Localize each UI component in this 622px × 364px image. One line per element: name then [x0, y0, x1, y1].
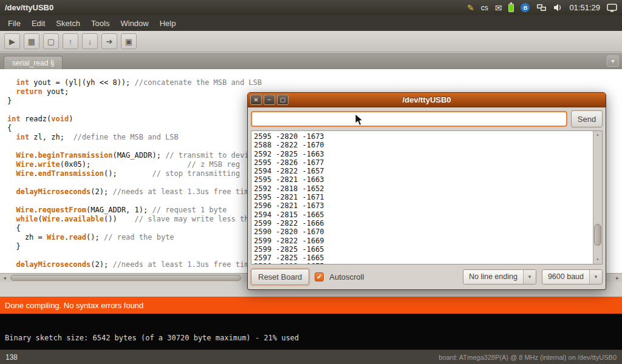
code-line: int yout = (yl|(yh << 8)); //concatenate…	[7, 78, 622, 87]
close-icon: ✕	[253, 96, 258, 103]
console-output: Binary sketch size: 6542 bytes (of a 307…	[5, 334, 299, 342]
upload-button[interactable]: ➔	[101, 33, 117, 49]
scroll-down-arrow-icon[interactable]: ▾	[593, 256, 602, 264]
scroll-left-arrow-icon[interactable]: ◂	[0, 274, 9, 282]
bluetooth-icon[interactable]: B	[521, 3, 530, 12]
session-menu-icon[interactable]	[607, 4, 617, 12]
serial-line: 2594 -2822 -1657	[254, 167, 592, 175]
serial-line: 2595 -2826 -1677	[254, 158, 592, 167]
mail-icon[interactable]: ✉	[495, 4, 502, 12]
new-sketch-button[interactable]: ▢	[43, 33, 59, 49]
network-icon[interactable]	[536, 3, 547, 12]
baud-rate-value: 9600 baud	[542, 270, 589, 284]
open-sketch-button[interactable]: ↑	[63, 33, 78, 49]
baud-rate-select[interactable]: 9600 baud ▾	[542, 269, 603, 285]
serial-monitor-titlebar[interactable]: /dev/ttyUSB0 ✕−▢	[248, 93, 606, 107]
screen: /dev/ttyUSB0 ✎ cs ✉ B 01:51:29	[0, 0, 622, 364]
line-number-indicator: 138	[5, 353, 18, 362]
status-strip: 138 board: ATmega328P(A) @ 8 MHz (intern…	[0, 349, 622, 364]
serial-line: 2599 -2825 -1665	[254, 245, 592, 254]
serial-input-row: Send	[251, 110, 603, 127]
verify-button[interactable]: ▶	[4, 33, 20, 49]
maximize-icon: ▢	[280, 96, 285, 103]
serial-lines: 2595 -2820 -16732588 -2822 -16702592 -28…	[254, 132, 592, 265]
chevron-down-icon: ▾	[611, 58, 614, 64]
tab-menu-button[interactable]: ▾	[607, 55, 619, 67]
menu-item-window[interactable]: Window	[115, 16, 154, 30]
serial-line: 2596 -2819 -1675	[254, 262, 592, 265]
upload-icon: ➔	[106, 38, 113, 46]
serial-line: 2594 -2815 -1665	[254, 211, 592, 219]
send-button[interactable]: Send	[571, 110, 603, 127]
menu-item-tools[interactable]: Tools	[86, 16, 115, 30]
serial-monitor-icon: ▣	[125, 38, 132, 46]
close-button[interactable]: ✕	[250, 95, 262, 105]
serial-monitor-title: /dev/ttyUSB0	[248, 95, 606, 104]
clock[interactable]: 01:51:29	[569, 3, 600, 12]
tab-serial-read[interactable]: serial_read §	[4, 56, 63, 69]
volume-icon[interactable]	[553, 3, 562, 12]
serial-line: 2592 -2825 -1663	[254, 150, 592, 158]
serial-scrollbar[interactable]: ▴ ▾	[593, 131, 602, 264]
serial-input[interactable]	[251, 111, 567, 127]
serial-scrollbar-thumb[interactable]	[594, 224, 601, 246]
serial-monitor-window: /dev/ttyUSB0 ✕−▢ Send 2595 -2820 -167325…	[247, 92, 606, 290]
open-arrow-icon: ↑	[69, 38, 73, 46]
menu-bar: FileEditSketchToolsWindowHelp	[0, 15, 622, 31]
chevron-down-icon[interactable]: ▾	[589, 270, 602, 284]
notes-indicator-icon[interactable]: ✎	[467, 4, 474, 12]
maximize-button[interactable]: ▢	[277, 95, 289, 105]
compile-status-bar: Done compiling. No syntax errors found	[0, 297, 622, 314]
serial-output[interactable]: 2595 -2820 -16732588 -2822 -16702592 -28…	[251, 130, 603, 265]
serial-line: 2590 -2820 -1670	[254, 228, 592, 236]
autoscroll-label[interactable]: Autoscroll	[329, 272, 364, 281]
menu-item-edit[interactable]: Edit	[26, 16, 50, 30]
horizontal-scrollbar-thumb[interactable]	[10, 275, 241, 281]
serial-line: 2588 -2822 -1670	[254, 141, 592, 149]
autoscroll-checkbox[interactable]: ✓	[315, 272, 324, 281]
line-ending-value: No line ending	[463, 270, 523, 284]
serial-line: 2596 -2821 -1673	[254, 201, 592, 210]
save-arrow-icon: ↓	[88, 38, 92, 46]
verify-icon: ▶	[9, 38, 15, 46]
new-file-icon: ▢	[47, 38, 55, 46]
top-panel: /dev/ttyUSB0 ✎ cs ✉ B 01:51:29	[0, 0, 622, 15]
stop-button[interactable]: ▦	[24, 33, 39, 49]
line-ending-select[interactable]: No line ending ▾	[463, 269, 536, 285]
menu-item-file[interactable]: File	[2, 16, 26, 30]
serial-line: 2595 -2821 -1671	[254, 193, 592, 201]
board-info: board: ATmega328P(A) @ 8 MHz (internal) …	[439, 354, 617, 361]
window-title: /dev/ttyUSB0	[0, 3, 53, 12]
chevron-down-icon[interactable]: ▾	[523, 270, 536, 284]
tab-bar: serial_read § ▾	[0, 53, 622, 69]
serial-line: 2597 -2825 -1665	[254, 254, 592, 262]
scroll-up-arrow-icon[interactable]: ▴	[593, 131, 602, 139]
serial-monitor-controls: Reset Board ✓ Autoscroll No line ending …	[251, 268, 603, 286]
menu-item-help[interactable]: Help	[154, 16, 182, 30]
tab-label: serial_read §	[12, 59, 54, 67]
minimize-icon: −	[268, 96, 272, 103]
battery-icon[interactable]	[508, 4, 514, 12]
menu-item-sketch[interactable]: Sketch	[50, 16, 86, 30]
serial-line: 2595 -2820 -1673	[254, 132, 592, 141]
serial-line: 2595 -2821 -1663	[254, 175, 592, 184]
compile-status-message: Done compiling. No syntax errors found	[5, 301, 143, 310]
serial-line: 2599 -2822 -1669	[254, 237, 592, 245]
build-console: Binary sketch size: 6542 bytes (of a 307…	[0, 314, 622, 349]
reset-board-button[interactable]: Reset Board	[251, 269, 309, 285]
serial-line: 2599 -2822 -1666	[254, 219, 592, 228]
serial-monitor-body: Send 2595 -2820 -16732588 -2822 -1670259…	[248, 107, 606, 289]
system-tray: ✎ cs ✉ B 01:51:29	[467, 3, 622, 12]
toolbar: ▶▦▢↑↓➔▣	[0, 31, 622, 52]
serial-line: 2592 -2818 -1652	[254, 184, 592, 193]
keyboard-layout-indicator[interactable]: cs	[481, 4, 488, 12]
scroll-right-arrow-icon[interactable]: ▸	[613, 274, 622, 282]
stop-icon: ▦	[28, 38, 35, 46]
save-sketch-button[interactable]: ↓	[82, 33, 98, 49]
serial-monitor-button[interactable]: ▣	[121, 33, 137, 49]
minimize-button[interactable]: −	[264, 95, 275, 105]
